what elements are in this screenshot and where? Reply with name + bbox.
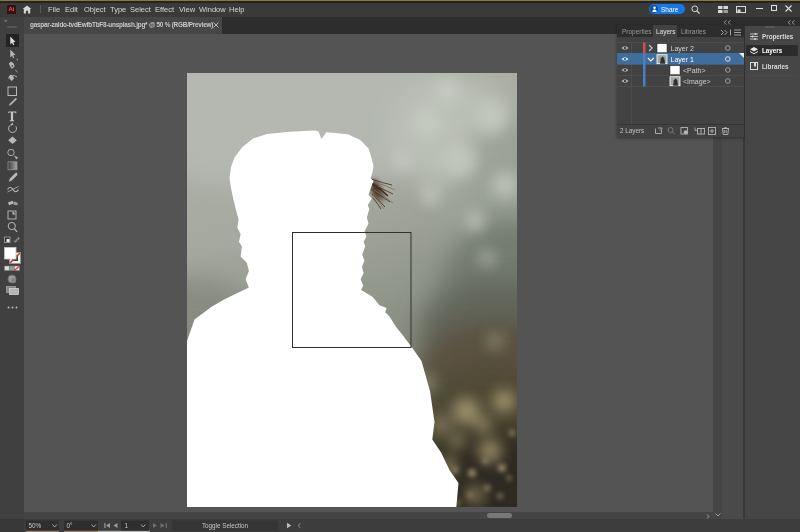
svg-text:Layer 2: Layer 2 bbox=[671, 45, 694, 53]
svg-text:50%: 50% bbox=[29, 522, 42, 529]
svg-text:Toggle Selection: Toggle Selection bbox=[202, 522, 249, 530]
svg-text:1: 1 bbox=[125, 522, 129, 529]
svg-text:Layer 1: Layer 1 bbox=[671, 56, 694, 64]
svg-text:<Image>: <Image> bbox=[683, 78, 711, 86]
svg-text:0°: 0° bbox=[67, 522, 74, 529]
svg-text:<Path>: <Path> bbox=[683, 67, 706, 74]
